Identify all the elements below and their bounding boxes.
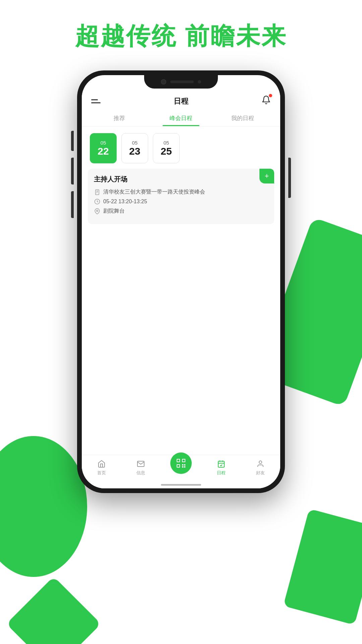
date-card-25[interactable]: 05 25 — [153, 133, 180, 163]
tab-bar: 推荐 峰会日程 我的日程 — [82, 111, 280, 126]
notification-badge — [269, 94, 272, 97]
bg-shape-bottom-left — [6, 577, 101, 644]
svg-rect-15 — [184, 466, 185, 468]
event-location: 剧院舞台 — [103, 208, 125, 215]
document-icon — [94, 189, 101, 196]
qr-button[interactable] — [170, 452, 192, 474]
volume-up-button — [71, 158, 74, 184]
tab-recommended[interactable]: 推荐 — [88, 111, 150, 126]
event-time-row: 05-22 13:20-13:25 — [94, 198, 268, 205]
person-icon — [256, 459, 265, 469]
svg-rect-16 — [218, 461, 224, 467]
svg-rect-7 — [177, 460, 179, 462]
mail-icon — [136, 459, 145, 469]
nav-home-label: 首页 — [97, 470, 106, 476]
event-conference: 清华校友三创大赛暨一带一路天使投资峰会 — [103, 189, 205, 196]
svg-rect-12 — [182, 464, 183, 466]
nav-qr[interactable] — [170, 459, 192, 474]
event-time: 05-22 13:20-13:25 — [103, 199, 147, 205]
volume-down-button — [71, 191, 74, 218]
nav-schedule-label: 日程 — [217, 470, 226, 476]
sensor — [198, 80, 201, 84]
phone-screen: 日程 推荐 峰会日程 我的日程 — [82, 75, 280, 488]
headline: 超越传统 前瞻未来 — [0, 20, 362, 52]
app-header: 日程 — [82, 90, 280, 111]
nav-friends[interactable]: 好友 — [250, 459, 270, 476]
nav-messages-label: 信息 — [136, 470, 145, 476]
date-picker: 05 22 05 23 05 25 — [82, 126, 280, 169]
add-event-button[interactable]: + — [259, 169, 274, 183]
app-content: 日程 推荐 峰会日程 我的日程 — [82, 90, 280, 488]
menu-button[interactable] — [91, 99, 101, 103]
menu-line-middle — [91, 102, 101, 103]
event-conference-row: 清华校友三创大赛暨一带一路天使投资峰会 — [94, 189, 268, 196]
event-location-row: 剧院舞台 — [94, 208, 268, 215]
clock-icon — [94, 198, 101, 205]
event-title: 主持人开场 — [94, 175, 268, 184]
menu-line-top — [91, 99, 98, 100]
svg-rect-11 — [177, 465, 179, 467]
volume-mute-button — [71, 131, 74, 151]
home-icon — [97, 459, 106, 469]
bottom-navigation: 首页 信息 — [82, 455, 280, 488]
tab-summit-schedule[interactable]: 峰会日程 — [150, 111, 212, 126]
nav-messages[interactable]: 信息 — [131, 459, 151, 476]
home-indicator — [161, 484, 201, 486]
svg-rect-13 — [184, 464, 185, 466]
svg-rect-14 — [182, 466, 183, 468]
front-camera — [161, 79, 166, 85]
svg-point-20 — [259, 461, 262, 464]
svg-point-5 — [97, 210, 98, 212]
svg-rect-9 — [183, 460, 185, 462]
phone-frame: 日程 推荐 峰会日程 我的日程 — [77, 70, 285, 493]
nav-home[interactable]: 首页 — [92, 459, 112, 476]
bg-shape-right-bottom — [283, 509, 362, 625]
event-card: + 主持人开场 清华校友三创大赛暨一带一路天使投资峰会 — [88, 169, 274, 224]
date-card-22[interactable]: 05 22 — [90, 133, 117, 163]
nav-friends-label: 好友 — [256, 470, 265, 476]
notification-button[interactable] — [261, 95, 271, 107]
date-card-23[interactable]: 05 23 — [121, 133, 148, 163]
calendar-icon — [217, 459, 226, 469]
page-title: 日程 — [174, 96, 188, 106]
location-icon — [94, 208, 101, 215]
nav-schedule[interactable]: 日程 — [211, 459, 231, 476]
speaker — [170, 80, 194, 83]
tab-my-schedule[interactable]: 我的日程 — [212, 111, 274, 126]
bg-shape-left — [0, 436, 87, 577]
power-button — [288, 158, 291, 198]
notch — [144, 75, 218, 89]
